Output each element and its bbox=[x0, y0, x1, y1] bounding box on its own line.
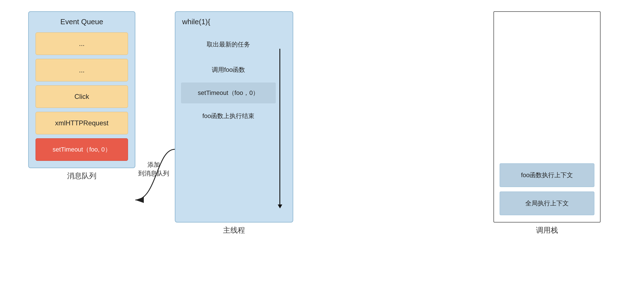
thread-step-1: 取出最新的任务 bbox=[182, 32, 275, 57]
thread-step-2: 调用foo函数 bbox=[182, 57, 275, 83]
stack-item-foo: foo函数执行上下文 bbox=[500, 163, 594, 187]
arrow-label: 添加 到消息队列 bbox=[138, 161, 169, 178]
queue-item-1: ... bbox=[36, 32, 128, 55]
call-stack-section: foo函数执行上下文 全局执行上下文 调用栈 bbox=[493, 11, 601, 235]
event-queue-title: Event Queue bbox=[36, 17, 128, 26]
queue-item-click: Click bbox=[36, 85, 128, 108]
main-thread-box: while(1){ 取出最新的任务 调用foo函数 setTimeout（foo… bbox=[175, 11, 293, 223]
event-queue-section-label: 消息队列 bbox=[28, 171, 135, 181]
event-queue-section: Event Queue ... ... Click xmlHTTPRequest… bbox=[28, 11, 135, 181]
stack-item-global: 全局执行上下文 bbox=[500, 192, 594, 215]
call-stack-box: foo函数执行上下文 全局执行上下文 bbox=[493, 11, 601, 223]
diagram-wrapper: Event Queue ... ... Click xmlHTTPRequest… bbox=[0, 0, 644, 298]
thread-step-end: foo函数上执行结束 bbox=[182, 103, 275, 129]
main-thread-section-label: 主线程 bbox=[175, 225, 293, 235]
queue-item-xhr: xmlHTTPRequest bbox=[36, 112, 128, 134]
thread-arrow-down bbox=[279, 49, 280, 205]
queue-item-settimeout: setTimeout（foo, 0） bbox=[36, 138, 128, 161]
event-queue-box: Event Queue ... ... Click xmlHTTPRequest… bbox=[28, 11, 135, 168]
main-thread-title: while(1){ bbox=[182, 17, 286, 26]
thread-step-settimeout: setTimeout（foo，0） bbox=[181, 83, 276, 103]
main-thread-section: while(1){ 取出最新的任务 调用foo函数 setTimeout（foo… bbox=[175, 11, 293, 235]
queue-item-2: ... bbox=[36, 59, 128, 81]
call-stack-section-label: 调用栈 bbox=[493, 225, 601, 235]
